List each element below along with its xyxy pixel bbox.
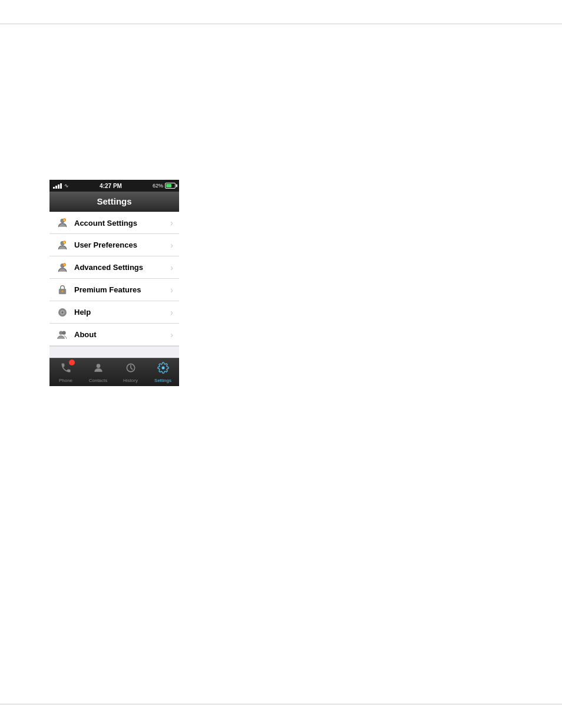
tab-item-settings[interactable]: Settings [147, 358, 179, 386]
svg-point-7 [63, 263, 66, 266]
chevron-icon-account-settings: › [170, 218, 173, 228]
svg-point-14 [62, 331, 66, 334]
contacts-tab-label: Contacts [89, 378, 108, 383]
menu-item-advanced-settings[interactable]: Advanced Settings › [49, 256, 179, 279]
tab-bar: Phone Contacts History [49, 358, 179, 386]
menu-label-help: Help [74, 308, 170, 317]
menu-item-premium-features[interactable]: Premium Features › [49, 279, 179, 301]
status-bar-left: ∿ [53, 183, 69, 189]
menu-label-about: About [74, 330, 170, 339]
menu-gap [49, 346, 179, 358]
help-icon [55, 305, 70, 319]
page-border-bottom [0, 704, 562, 704]
account-icon: $ [55, 216, 70, 230]
tab-item-phone[interactable]: Phone [49, 358, 82, 386]
menu-list: $ Account Settings › $ User Preferences … [49, 212, 179, 346]
status-bar: ∿ 4:27 PM 62% [49, 180, 179, 192]
settings-tab-icon [157, 362, 169, 377]
wifi-icon: ∿ [64, 183, 69, 189]
svg-point-9 [61, 290, 63, 292]
chevron-icon-user-preferences: › [170, 241, 173, 250]
menu-item-about[interactable]: About › [49, 324, 179, 346]
status-bar-right: 62% [153, 183, 176, 189]
settings-tab-label: Settings [154, 378, 171, 383]
chevron-icon-advanced-settings: › [170, 263, 173, 272]
chevron-icon-about: › [170, 330, 173, 340]
svg-point-12 [61, 311, 63, 313]
phone-device: ∿ 4:27 PM 62% Settings $ [49, 180, 179, 386]
svg-text:$: $ [64, 242, 65, 244]
menu-label-account-settings: Account Settings [74, 219, 170, 228]
chevron-icon-premium-features: › [170, 285, 173, 295]
page-border-top [0, 24, 562, 24]
phone-badge [69, 360, 75, 365]
phone-tab-icon [60, 362, 72, 377]
menu-item-user-preferences[interactable]: $ User Preferences › [49, 234, 179, 256]
nav-bar: Settings [49, 192, 179, 212]
advanced-icon [55, 261, 70, 275]
about-icon [55, 328, 70, 342]
svg-text:$: $ [64, 219, 65, 222]
menu-label-premium-features: Premium Features [74, 285, 170, 294]
nav-bar-title: Settings [97, 196, 131, 206]
menu-item-account-settings[interactable]: $ Account Settings › [49, 212, 179, 234]
premium-icon [55, 283, 70, 297]
phone-tab-label: Phone [59, 378, 72, 383]
tab-item-contacts[interactable]: Contacts [82, 358, 114, 386]
svg-point-17 [161, 366, 164, 369]
tab-item-history[interactable]: History [114, 358, 147, 386]
battery-percent: 62% [153, 183, 163, 189]
chevron-icon-help: › [170, 308, 173, 317]
menu-label-advanced-settings: Advanced Settings [74, 263, 170, 272]
svg-point-15 [96, 364, 100, 368]
menu-item-help[interactable]: Help › [49, 301, 179, 324]
history-tab-icon [125, 362, 137, 377]
contacts-tab-icon [92, 362, 104, 377]
status-bar-time: 4:27 PM [100, 183, 122, 189]
menu-label-user-preferences: User Preferences [74, 241, 170, 249]
user-prefs-icon: $ [55, 238, 70, 252]
history-tab-label: History [123, 378, 138, 383]
battery-icon [165, 183, 176, 189]
signal-bars-icon [53, 183, 62, 189]
